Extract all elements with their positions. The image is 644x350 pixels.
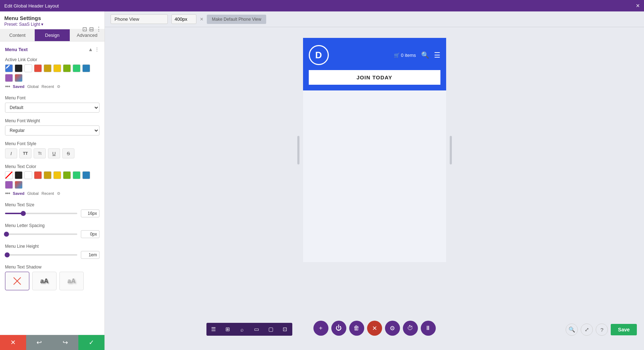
line-height-input[interactable]	[81, 251, 99, 259]
section-icons: ▲ ⋮	[88, 46, 99, 52]
tc-black[interactable]	[15, 171, 23, 179]
color-transparent[interactable]	[5, 171, 13, 179]
size-clear-button[interactable]: ×	[200, 16, 203, 23]
tc-global[interactable]: Global	[27, 191, 39, 196]
tc-green[interactable]	[73, 171, 80, 179]
style-uppercase[interactable]: TT	[19, 148, 31, 158]
color-black[interactable]	[15, 64, 23, 72]
shadow-none[interactable]	[5, 272, 29, 290]
tc-red[interactable]	[34, 171, 42, 179]
menu-text-size-label: Menu Text Size	[5, 202, 99, 207]
shadow-1[interactable]: aA	[32, 272, 57, 290]
history-button[interactable]: ⏱	[403, 321, 418, 336]
btl-search-icon[interactable]: ⌕	[235, 323, 249, 336]
panel-title: Menu Settings	[4, 15, 100, 21]
color-yellow[interactable]	[53, 64, 61, 72]
saved-label[interactable]: Saved	[13, 84, 24, 89]
confirm-button[interactable]: ✓	[78, 335, 104, 350]
preview-nav: 🛒 0 items 🔍 ☰	[394, 51, 440, 59]
tc-purple[interactable]	[5, 181, 13, 189]
panel-icon-2[interactable]: ⊟	[89, 26, 94, 33]
save-button[interactable]: Save	[611, 324, 637, 335]
color-white[interactable]	[24, 64, 32, 72]
cancel-button[interactable]: ✕	[0, 335, 26, 350]
btl-dot-icon[interactable]: ⊡	[278, 323, 292, 336]
text-color-sub: ••• Saved Global Recent ⚙	[5, 190, 99, 197]
tc-blue[interactable]	[82, 171, 90, 179]
btl-grid-icon[interactable]: ⊞	[221, 323, 235, 336]
trash-button[interactable]: 🗑	[349, 321, 364, 336]
bottom-right-toolbar: 🔍 ⤢ ? Save	[566, 324, 637, 336]
expand-icon[interactable]: ⤢	[581, 324, 593, 336]
tc-gradient[interactable]	[15, 181, 23, 189]
style-strikethrough[interactable]: S	[62, 148, 74, 158]
close-center-button[interactable]: ✕	[367, 321, 382, 336]
view-select-wrapper: Phone View	[111, 14, 168, 24]
drag-handle-left[interactable]	[297, 136, 299, 164]
color-yellow-dark[interactable]	[44, 64, 52, 72]
left-panel: Menu Settings Preset: SaaS Light ▾ ⊡ ⊟ ⋮…	[0, 11, 105, 350]
panel-header-icons: ⊡ ⊟ ⋮	[82, 26, 102, 33]
top-bar-title: Edit Global Header Layout	[4, 3, 59, 9]
tab-design[interactable]: Design	[35, 29, 69, 41]
line-height-thumb[interactable]	[5, 252, 10, 257]
text-size-input[interactable]	[81, 209, 99, 217]
gear-button[interactable]: ⚙	[385, 321, 400, 336]
redo-button[interactable]: ↪	[52, 335, 78, 350]
style-underline[interactable]: U	[48, 148, 60, 158]
tc-yellow[interactable]	[53, 171, 61, 179]
search-right-icon[interactable]: 🔍	[566, 324, 578, 336]
shadow-2[interactable]: aA	[59, 272, 84, 290]
tc-saved[interactable]: Saved	[13, 191, 24, 196]
tc-settings-icon[interactable]: ⚙	[57, 191, 60, 196]
letter-spacing-thumb[interactable]	[4, 232, 9, 237]
view-select[interactable]: Phone View	[111, 14, 168, 24]
menu-font-select[interactable]: Default	[5, 103, 99, 113]
cta-button[interactable]: JOIN TODAY	[309, 70, 440, 85]
color-green-dark[interactable]	[63, 64, 71, 72]
btl-list-icon[interactable]: ☰	[206, 323, 221, 336]
search-icon[interactable]: 🔍	[421, 51, 429, 59]
color-swatch-eyedropper[interactable]	[5, 64, 13, 72]
help-icon[interactable]: ?	[596, 324, 608, 336]
letter-spacing-track	[5, 233, 77, 235]
color-settings-icon[interactable]: ⚙	[57, 84, 60, 89]
tc-yellow-dark[interactable]	[44, 171, 52, 179]
recent-label[interactable]: Recent	[42, 84, 54, 89]
line-height-slider-row	[5, 251, 99, 259]
color-gradient[interactable]	[15, 74, 23, 82]
color-blue[interactable]	[82, 64, 90, 72]
tc-white[interactable]	[24, 171, 32, 179]
color-green[interactable]	[73, 64, 80, 72]
active-link-color-label: Active Link Color	[5, 57, 99, 62]
drag-handle-right[interactable]	[450, 136, 452, 164]
color-red[interactable]	[34, 64, 42, 72]
make-default-button[interactable]: Make Default Phone View	[207, 15, 266, 24]
more-icon[interactable]: ⋮	[94, 46, 99, 52]
color-purple[interactable]	[5, 74, 13, 82]
global-label[interactable]: Global	[27, 84, 39, 89]
undo-button[interactable]: ↩	[26, 335, 52, 350]
collapse-icon[interactable]: ▲	[88, 46, 93, 52]
panel-icon-1[interactable]: ⊡	[82, 26, 87, 33]
style-italic[interactable]: I	[5, 148, 17, 158]
tc-recent[interactable]: Recent	[42, 191, 54, 196]
btl-rect-icon[interactable]: ▭	[249, 323, 264, 336]
panel-header: Menu Settings Preset: SaaS Light ▾ ⊡ ⊟ ⋮	[0, 11, 104, 29]
text-size-thumb[interactable]	[21, 211, 26, 216]
btl-square-icon[interactable]: ▢	[264, 323, 278, 336]
style-capitalize[interactable]: Tt	[34, 148, 46, 158]
more-colors-icon[interactable]: •••	[5, 83, 10, 90]
close-button[interactable]: ×	[636, 2, 640, 10]
more-tc-icon[interactable]: •••	[5, 190, 10, 197]
pause-button[interactable]: ⏸	[421, 321, 436, 336]
add-button[interactable]: +	[313, 321, 328, 336]
panel-icon-3[interactable]: ⋮	[96, 26, 102, 33]
tab-content[interactable]: Content	[0, 29, 35, 41]
tc-green-dark[interactable]	[63, 171, 71, 179]
letter-spacing-input[interactable]	[81, 230, 99, 238]
size-input[interactable]	[171, 14, 196, 24]
hamburger-menu-icon[interactable]: ☰	[434, 51, 440, 59]
menu-font-weight-select[interactable]: Regular	[5, 125, 99, 135]
power-button[interactable]: ⏻	[331, 321, 346, 336]
